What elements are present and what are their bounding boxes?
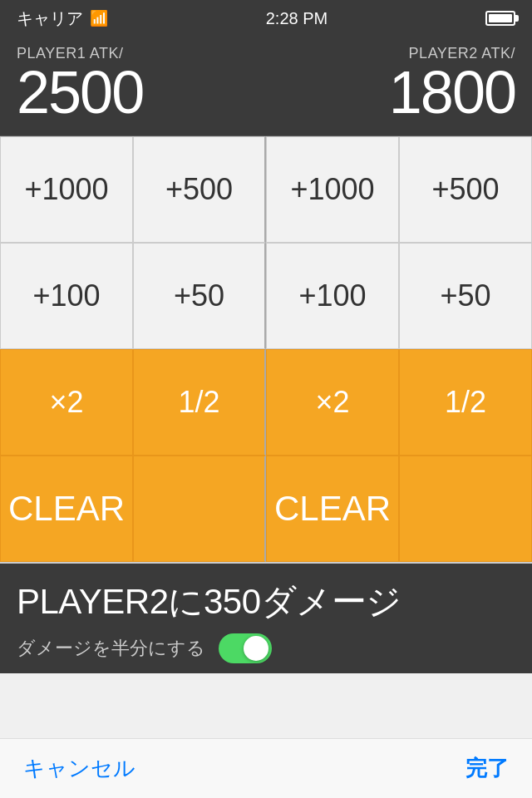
p2-half-button[interactable]: 1/2 <box>399 349 532 456</box>
status-bar: キャリア 📶 2:28 PM <box>0 0 532 37</box>
done-button[interactable]: 完了 <box>466 754 509 783</box>
player2-section: PLAYER2 ATK/ 1800 <box>389 45 515 122</box>
wifi-icon: 📶 <box>90 9 108 27</box>
p2-plus100-button[interactable]: +100 <box>266 243 399 349</box>
p1-plus1000-button[interactable]: +1000 <box>0 136 133 243</box>
p2-plus500-button[interactable]: +500 <box>399 136 532 243</box>
toggle-thumb <box>244 636 268 661</box>
p1-empty-button <box>133 456 266 562</box>
player2-value: 1800 <box>389 62 515 122</box>
battery-icon <box>485 11 515 26</box>
half-damage-label: ダメージを半分にする <box>17 636 205 661</box>
p2-empty-button <box>399 456 532 562</box>
p2-plus50-button[interactable]: +50 <box>399 243 532 349</box>
player1-value: 2500 <box>17 62 143 122</box>
p1-clear-button[interactable]: CLEAR <box>0 456 133 562</box>
p1-plus50-button[interactable]: +50 <box>133 243 266 349</box>
bottom-bar: キャンセル 完了 <box>0 738 532 798</box>
button-grid: +1000 +500 +1000 +500 +100 +50 +100 +50 … <box>0 136 532 564</box>
p1-times2-button[interactable]: ×2 <box>0 349 133 456</box>
p2-plus1000-button[interactable]: +1000 <box>266 136 399 243</box>
half-damage-row: ダメージを半分にする <box>17 633 515 663</box>
cancel-button[interactable]: キャンセル <box>23 754 135 783</box>
p1-half-button[interactable]: 1/2 <box>133 349 266 456</box>
half-damage-toggle[interactable] <box>219 633 272 663</box>
status-left: キャリア 📶 <box>17 7 108 30</box>
p2-times2-button[interactable]: ×2 <box>266 349 399 456</box>
player1-section: PLAYER1 ATK/ 2500 <box>17 45 143 122</box>
header: PLAYER1 ATK/ 2500 PLAYER2 ATK/ 1800 <box>0 37 532 136</box>
result-text: PLAYER2に350ダメージ <box>17 579 515 625</box>
carrier-label: キャリア <box>17 7 83 30</box>
time-label: 2:28 PM <box>266 9 328 28</box>
p1-plus100-button[interactable]: +100 <box>0 243 133 349</box>
p2-clear-button[interactable]: CLEAR <box>266 456 399 562</box>
p1-plus500-button[interactable]: +500 <box>133 136 266 243</box>
result-section: PLAYER2に350ダメージ ダメージを半分にする <box>0 564 532 673</box>
